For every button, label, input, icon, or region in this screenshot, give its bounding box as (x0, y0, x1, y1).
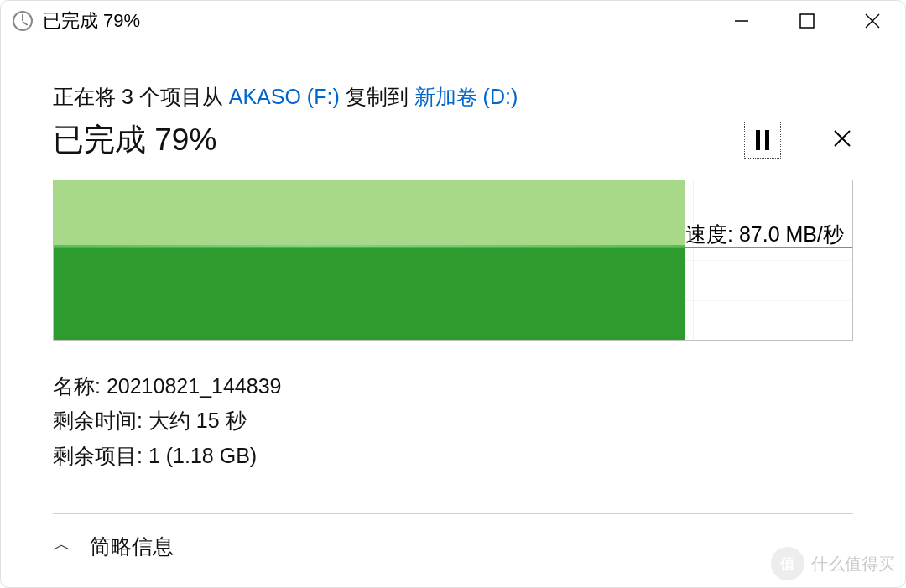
cancel-icon (831, 127, 853, 149)
detail-items: 剩余项目: 1 (1.18 GB) (53, 439, 853, 473)
window-title: 已完成 79% (43, 8, 140, 34)
maximize-icon (799, 13, 815, 29)
pause-icon (756, 130, 769, 150)
copy-prefix: 正在将 3 个项目从 (53, 85, 229, 108)
copy-description: 正在将 3 个项目从 AKASO (F:) 复制到 新加卷 (D:) (53, 83, 853, 111)
details-toggle[interactable]: ︿ 简略信息 (1, 514, 905, 560)
status-row: 已完成 79% (53, 119, 853, 161)
chart-progress-fill-top (54, 180, 685, 247)
detail-name: 名称: 20210821_144839 (53, 369, 853, 403)
chevron-up-icon: ︿ (53, 532, 71, 557)
detail-name-value: 20210821_144839 (107, 374, 282, 398)
details-block: 名称: 20210821_144839 剩余时间: 大约 15 秒 剩余项目: … (53, 369, 853, 473)
maximize-button[interactable] (774, 1, 840, 41)
detail-time-label: 剩余时间: (53, 408, 148, 432)
detail-items-label: 剩余项目: (53, 444, 148, 467)
close-button[interactable] (840, 1, 905, 41)
speed-label-key: 速度: (685, 222, 739, 246)
watermark-badge: 值 (771, 547, 804, 580)
watermark-text: 什么值得买 (811, 553, 895, 575)
speed-label-value: 87.0 MB/秒 (739, 222, 844, 246)
svg-rect-1 (800, 14, 814, 28)
details-toggle-label: 简略信息 (90, 533, 174, 560)
minimize-button[interactable] (709, 1, 774, 41)
status-controls (744, 122, 853, 159)
copy-mid: 复制到 (340, 85, 414, 108)
dest-link[interactable]: 新加卷 (D:) (414, 85, 518, 108)
window-controls (709, 1, 905, 41)
source-link[interactable]: AKASO (F:) (229, 85, 340, 108)
close-icon (863, 12, 882, 30)
transfer-speed-chart[interactable]: 速度: 87.0 MB/秒 (53, 180, 853, 341)
cancel-button[interactable] (831, 127, 853, 154)
titlebar: 已完成 79% (1, 1, 905, 41)
detail-items-value: 1 (1.18 GB) (148, 444, 257, 467)
clock-icon (13, 11, 33, 31)
minimize-icon (732, 12, 751, 30)
chart-progress-fill-bottom (54, 247, 685, 340)
dialog-content: 正在将 3 个项目从 AKASO (F:) 复制到 新加卷 (D:) 已完成 7… (1, 41, 905, 473)
speed-label: 速度: 87.0 MB/秒 (685, 221, 844, 248)
progress-status: 已完成 79% (53, 119, 216, 161)
watermark: 值 什么值得买 (771, 547, 895, 580)
detail-time-value: 大约 15 秒 (148, 408, 247, 432)
detail-time: 剩余时间: 大约 15 秒 (53, 403, 853, 438)
pause-button[interactable] (744, 122, 781, 159)
detail-name-label: 名称: (53, 374, 107, 398)
